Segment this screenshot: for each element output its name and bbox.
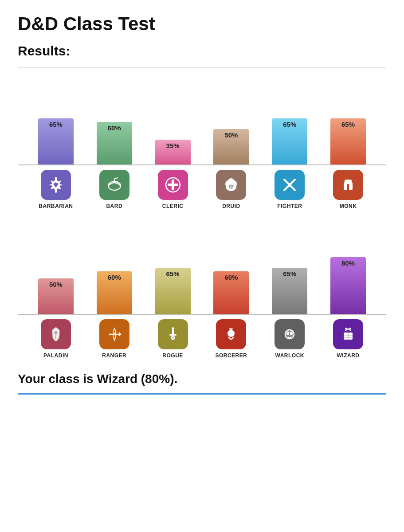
bar-ranger: 60%: [97, 271, 132, 314]
svg-point-28: [172, 337, 174, 339]
icon-col-ranger: RANGER: [85, 315, 144, 359]
svg-point-24: [114, 333, 115, 335]
ranger-label: RANGER: [102, 352, 126, 359]
bar-pct-sorcerer: 60%: [224, 271, 238, 281]
wizard-label: WIZARD: [337, 352, 360, 359]
warlock-icon: [275, 319, 305, 349]
svg-point-38: [349, 328, 351, 329]
bard-label: BARD: [106, 203, 122, 209]
icon-col-barbarian: BARBARIAN: [27, 165, 85, 209]
bar-pct-monk: 65%: [341, 118, 355, 128]
druid-icon: [216, 170, 246, 200]
chart-group2: 50%60%65%60%65%80% PALADINRANGERROGUESOR…: [18, 225, 386, 359]
monk-icon: [333, 170, 363, 200]
bar-col-fighter: 65%: [260, 85, 319, 164]
bar-col-wizard: 80%: [319, 234, 377, 314]
bar-col-druid: 50%: [202, 85, 260, 164]
monk-label: MONK: [340, 203, 357, 209]
fighter-icon: [275, 170, 305, 200]
bar-pct-ranger: 60%: [108, 271, 121, 281]
bar-pct-bard: 60%: [108, 122, 121, 132]
bar-fighter: 65%: [272, 118, 307, 164]
bar-col-warlock: 65%: [260, 234, 319, 314]
svg-point-15: [232, 185, 234, 187]
svg-rect-0: [55, 177, 57, 180]
bar-warlock: 65%: [272, 268, 307, 314]
svg-point-14: [228, 185, 230, 187]
warlock-label: WARLOCK: [275, 352, 304, 359]
chart-group1: 65%60%35%50%65%65% BARBARIANBARDCLERICDR…: [18, 76, 386, 209]
bar-wrapper-barbarian: 65%: [38, 85, 74, 164]
bar-col-rogue: 65%: [144, 234, 202, 314]
bar-paladin: 50%: [38, 278, 74, 314]
result-text: Your class is Wizard (80%).: [18, 372, 386, 386]
top-divider: [18, 67, 386, 68]
sorcerer-label: SORCERER: [215, 352, 247, 359]
bar-pct-barbarian: 65%: [49, 118, 63, 128]
page-title: D&D Class Test: [18, 13, 386, 35]
svg-point-37: [345, 328, 347, 329]
bar-pct-warlock: 65%: [283, 268, 296, 278]
bar-wrapper-sorcerer: 60%: [213, 234, 249, 314]
icon-col-rogue: ROGUE: [144, 315, 202, 359]
cleric-icon: [158, 170, 188, 200]
bar-monk: 65%: [330, 118, 366, 164]
bar-wizard: 80%: [330, 257, 366, 314]
cleric-label: CLERIC: [162, 203, 184, 209]
results-label: Results:: [18, 43, 386, 59]
bottom-divider: [18, 393, 386, 395]
rogue-label: ROGUE: [162, 352, 183, 359]
bar-pct-paladin: 50%: [49, 278, 63, 288]
bar-wrapper-bard: 60%: [97, 85, 132, 164]
svg-rect-27: [169, 334, 177, 336]
icon-col-druid: DRUID: [202, 165, 260, 209]
bar-wrapper-wizard: 80%: [330, 234, 366, 314]
bar-col-barbarian: 65%: [27, 85, 85, 164]
barbarian-icon: [41, 170, 71, 200]
icon-col-paladin: PALADIN: [27, 315, 85, 359]
bar-bard: 60%: [97, 122, 132, 164]
bar-sorcerer: 60%: [213, 271, 249, 314]
bar-rogue: 65%: [155, 268, 191, 314]
wizard-icon: [333, 319, 363, 349]
svg-rect-21: [345, 180, 352, 184]
paladin-icon: [41, 319, 71, 349]
bar-pct-cleric: 35%: [166, 140, 180, 149]
barbarian-label: BARBARIAN: [39, 203, 73, 209]
bar-wrapper-druid: 50%: [213, 85, 249, 164]
bar-cleric: 35%: [155, 140, 191, 164]
icon-col-bard: BARD: [85, 165, 144, 209]
bar-row-group1: 65%60%35%50%65%65%: [18, 76, 386, 164]
druid-label: DRUID: [222, 203, 240, 209]
bar-pct-fighter: 65%: [283, 118, 296, 128]
sorcerer-icon: [216, 319, 246, 349]
icon-row-group2: PALADINRANGERROGUESORCERERWARLOCKWIZARD: [18, 314, 386, 359]
svg-point-18: [288, 183, 291, 187]
bar-wrapper-paladin: 50%: [38, 234, 74, 314]
icon-col-sorcerer: SORCERER: [202, 315, 260, 359]
bar-col-monk: 65%: [319, 85, 377, 164]
bar-pct-rogue: 65%: [166, 268, 180, 278]
icon-col-wizard: WIZARD: [319, 315, 377, 359]
bar-wrapper-ranger: 60%: [97, 234, 132, 314]
icon-col-cleric: CLERIC: [144, 165, 202, 209]
svg-rect-8: [168, 184, 178, 186]
fighter-label: FIGHTER: [277, 203, 302, 209]
bar-pct-druid: 50%: [224, 129, 238, 139]
svg-point-31: [286, 332, 289, 335]
svg-rect-1: [55, 189, 57, 193]
bar-barbarian: 65%: [38, 118, 74, 164]
icon-row-group1: BARBARIANBARDCLERICDRUIDFIGHTERMONK: [18, 164, 386, 209]
bar-col-ranger: 60%: [85, 234, 144, 314]
bar-row-group2: 50%60%65%60%65%80%: [18, 225, 386, 314]
bar-col-cleric: 35%: [144, 85, 202, 164]
rogue-icon: [158, 319, 188, 349]
bar-wrapper-monk: 65%: [330, 85, 366, 164]
svg-point-32: [290, 332, 293, 335]
bar-wrapper-rogue: 65%: [155, 234, 191, 314]
ranger-icon: [99, 319, 129, 349]
bar-druid: 50%: [213, 129, 249, 164]
icon-col-monk: MONK: [319, 165, 377, 209]
icon-col-warlock: WARLOCK: [260, 315, 319, 359]
bar-wrapper-fighter: 65%: [272, 85, 307, 164]
